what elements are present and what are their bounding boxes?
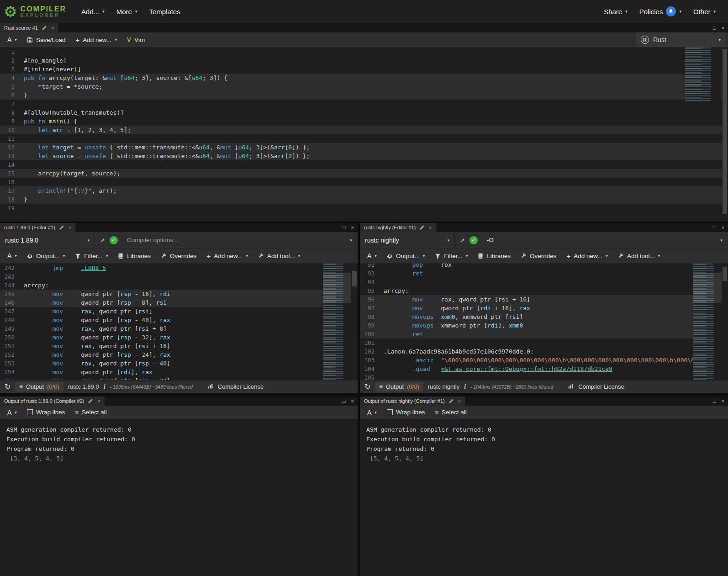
minimap[interactable] (323, 264, 351, 380)
close-icon[interactable]: × (351, 398, 354, 404)
language-select[interactable]: R Rust ▾ (636, 32, 725, 47)
compiler-options-input[interactable]: Compiler options... (122, 232, 347, 248)
code-line[interactable]: 103 .asciz "\000\000\000\000\000\000\000… (360, 356, 728, 365)
code-line[interactable]: 105 (360, 373, 728, 380)
code-line[interactable]: 14 (0, 160, 728, 169)
close-icon[interactable]: × (429, 225, 432, 230)
font-size-button[interactable]: A ▾ (3, 250, 21, 262)
overrides-button[interactable]: Overrides (156, 250, 201, 262)
code-line[interactable]: 5 *target = *source; (0, 82, 728, 91)
code-line[interactable]: 249 mov rax, qword ptr [rsi + 8] (0, 324, 358, 333)
output-options-button[interactable]: Output... ▾ (382, 250, 429, 262)
close-icon[interactable]: × (458, 399, 461, 404)
close-icon[interactable]: × (97, 399, 100, 404)
code-line[interactable]: 243 (0, 272, 358, 281)
code-line[interactable]: [5, 4, 5, 4, 5] (366, 454, 728, 463)
code-line[interactable]: 16 (0, 178, 728, 186)
minimap[interactable] (693, 264, 722, 380)
close-icon[interactable]: × (722, 225, 724, 230)
code-line[interactable]: 96 mov rax, qword ptr [rsi + 16] (360, 295, 728, 304)
code-line[interactable]: 2#[no_mangle] (0, 56, 728, 65)
nav-more-menu[interactable]: More ▾ (111, 0, 143, 23)
code-line[interactable]: 245 mov qword ptr [rsp - 16], rdi (0, 290, 358, 298)
code-line[interactable]: 102.Lanon.6a7aadc98a61b4b9cd57e106c9970d… (360, 347, 728, 356)
add-new-button[interactable]: + Add new... ▾ (202, 250, 253, 262)
scrollbar-thumb[interactable] (723, 267, 727, 281)
maximize-icon[interactable]: □ (713, 225, 716, 230)
libraries-button[interactable]: Libraries (473, 250, 515, 262)
output-toggle-button[interactable]: ≡ Output (0/0) (15, 382, 63, 391)
code-line[interactable]: 97 mov qword ptr [rdi + 16], rax (360, 304, 728, 312)
info-icon[interactable]: i (464, 383, 466, 391)
code-line[interactable]: 4pub fn arrcpy(target: &mut [u64; 3], so… (0, 74, 728, 82)
code-line[interactable]: 251 mov rax, qword ptr [rsi + 16] (0, 342, 358, 350)
code-line[interactable]: 95arrcpy: (360, 286, 728, 295)
compiler-options-input[interactable]: -O (482, 232, 717, 248)
add-new-button[interactable]: + Add new... ▾ (71, 34, 121, 46)
code-line[interactable]: ASM generation compiler returned: 0 (366, 425, 728, 434)
nav-share-menu[interactable]: Share ▾ (598, 0, 633, 23)
code-line[interactable]: 250 mov qword ptr [rsp - 32], rax (0, 333, 358, 342)
code-line[interactable]: 244arrcpy: (0, 281, 358, 290)
maximize-icon[interactable]: □ (713, 25, 716, 31)
code-line[interactable]: 92 pop rbx (360, 264, 728, 269)
code-line[interactable]: 9pub fn main() { (0, 117, 728, 126)
code-line[interactable]: 99 movups xmmword ptr [rdi], xmm0 (360, 321, 728, 330)
code-line[interactable]: Program returned: 0 (6, 444, 358, 454)
compiler-tab[interactable]: rustc 1.89.0 (Editor #1) × (0, 223, 75, 232)
scrollbar-thumb[interactable] (723, 49, 727, 214)
filter-button[interactable]: Filter... ▾ (70, 250, 112, 262)
compiler-picker[interactable]: rustc 1.89.0 ▾ (0, 232, 95, 248)
wrap-lines-checkbox[interactable]: Wrap lines (22, 407, 70, 418)
add-new-button[interactable]: + Add new... ▾ (562, 250, 612, 262)
source-editor[interactable]: 12#[no_mangle]3#[inline(never)]4pub fn a… (0, 48, 728, 222)
compiler-license-link[interactable]: Compiler License (578, 383, 624, 390)
close-icon[interactable]: × (722, 398, 724, 404)
external-link-icon[interactable]: ↗ (459, 237, 465, 244)
rename-icon[interactable] (448, 398, 454, 405)
close-icon[interactable]: × (722, 25, 724, 31)
code-line[interactable]: 255 mov rax, qword ptr [rsp - 32] (0, 376, 358, 380)
scrollbar-thumb[interactable] (352, 271, 357, 286)
nav-policies-menu[interactable]: Policies ▾ (633, 0, 687, 23)
close-icon[interactable]: × (51, 26, 54, 31)
code-line[interactable]: 104 .quad <&T as core::fmt::Debug>::fmt:… (360, 365, 728, 373)
editor-scrollbar[interactable] (722, 48, 728, 222)
compiler-tab[interactable]: rustc nightly (Editor #1) × (360, 223, 436, 232)
code-line[interactable]: 13 let source = unsafe { std::mem::trans… (0, 152, 728, 160)
nav-other-menu[interactable]: Other ▾ (687, 0, 722, 23)
asm-editor[interactable]: 92 pop rbx93 ret9495arrcpy:96 mov rax, q… (360, 264, 728, 380)
maximize-icon[interactable]: □ (343, 398, 346, 404)
code-line[interactable]: 100 ret (360, 330, 728, 338)
code-line[interactable]: 6} (0, 91, 728, 100)
nav-add-menu[interactable]: Add... ▾ (75, 0, 111, 23)
code-line[interactable]: 247 mov rax, qword ptr [rsi] (0, 307, 358, 316)
editor-scrollbar[interactable] (351, 264, 358, 380)
font-size-button[interactable]: A ▾ (363, 407, 381, 418)
code-line[interactable]: 93 ret (360, 269, 728, 278)
asm-editor[interactable]: 242 jmp .LBB8_5243244arrcpy:245 mov qwor… (0, 264, 358, 380)
select-all-button[interactable]: ≡ Select all (430, 407, 471, 418)
minimap[interactable] (685, 48, 721, 101)
code-line[interactable]: 98 movups xmm0, xmmword ptr [rsi] (360, 312, 728, 321)
save-load-button[interactable]: Save/Load (22, 34, 70, 46)
minimap-slider[interactable] (323, 273, 351, 303)
code-line[interactable]: 252 mov qword ptr [rsp - 24], rax (0, 350, 358, 359)
rename-icon[interactable] (88, 398, 94, 405)
code-line[interactable]: 253 mov rax, qword ptr [rsp - 40] (0, 359, 358, 368)
options-dropdown-icon[interactable]: ▾ (346, 238, 356, 243)
options-dropdown-icon[interactable]: ▾ (717, 238, 726, 243)
code-line[interactable]: Execution build compiler returned: 0 (6, 434, 358, 444)
source-tab[interactable]: Rust source #1 × (0, 23, 58, 32)
code-line[interactable]: 94 (360, 278, 728, 286)
code-line[interactable]: 17 println!("{:?}", arr); (0, 186, 728, 195)
minimap-slider[interactable] (693, 273, 722, 303)
font-size-button[interactable]: A ▾ (3, 34, 21, 46)
output-tab[interactable]: Output of rustc 1.89.0 (Compiler #2) × (0, 396, 105, 406)
code-line[interactable]: 18} (0, 195, 728, 204)
compiler-picker[interactable]: rustc nightly ▾ (360, 232, 455, 248)
output-options-button[interactable]: Output... ▾ (22, 250, 69, 262)
code-line[interactable]: 3#[inline(never)] (0, 65, 728, 74)
add-tool-button[interactable]: Add tool... ▾ (613, 250, 665, 262)
code-line[interactable]: 1 (0, 48, 728, 56)
